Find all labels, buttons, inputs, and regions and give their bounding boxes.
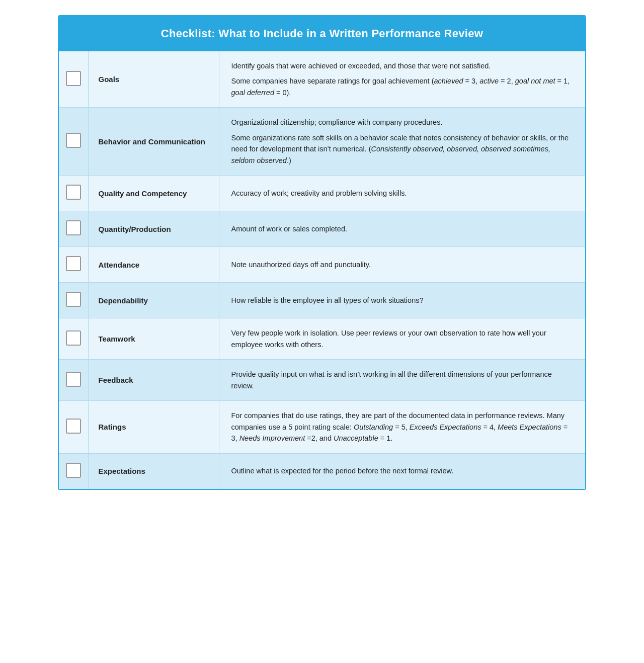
row-label-expectations: Expectations	[88, 453, 219, 489]
checkbox-cell[interactable]	[59, 360, 88, 401]
description-paragraph: Outline what is expected for the period …	[231, 465, 574, 476]
row-label-feedback: Feedback	[88, 360, 219, 401]
row-label-dependability: Dependability	[88, 283, 219, 318]
row-description-feedback: Provide quality input on what is and isn…	[219, 360, 585, 401]
checklist-container: Checklist: What to Include in a Written …	[58, 15, 586, 490]
description-paragraph: Very few people work in isolation. Use p…	[231, 327, 574, 350]
checkbox-goals[interactable]	[66, 71, 81, 86]
table-row: Behavior and CommunicationOrganizational…	[59, 108, 585, 176]
description-paragraph: For companies that do use ratings, they …	[231, 410, 574, 444]
row-description-expectations: Outline what is expected for the period …	[219, 453, 585, 489]
checkbox-feedback[interactable]	[66, 372, 81, 387]
checkbox-cell[interactable]	[59, 453, 88, 489]
description-paragraph: Organizational citizenship; compliance w…	[231, 117, 574, 128]
row-label-behavior-communication: Behavior and Communication	[88, 108, 219, 176]
row-label-teamwork: Teamwork	[88, 318, 219, 360]
description-paragraph: Some organizations rate soft skills on a…	[231, 132, 574, 166]
checkbox-cell[interactable]	[59, 51, 88, 108]
row-description-teamwork: Very few people work in isolation. Use p…	[219, 318, 585, 360]
checkbox-teamwork[interactable]	[66, 330, 81, 346]
row-label-quality-competency: Quality and Competency	[88, 176, 219, 211]
description-paragraph: Amount of work or sales completed.	[231, 223, 574, 234]
table-row: Quality and CompetencyAccuracy of work; …	[59, 176, 585, 211]
checkbox-cell[interactable]	[59, 247, 88, 283]
row-label-goals: Goals	[88, 51, 219, 108]
row-description-goals: Identify goals that were achieved or exc…	[219, 51, 585, 108]
checkbox-expectations[interactable]	[66, 463, 81, 478]
checkbox-ratings[interactable]	[66, 419, 81, 434]
table-row: ExpectationsOutline what is expected for…	[59, 453, 585, 489]
row-label-attendance: Attendance	[88, 247, 219, 283]
row-description-behavior-communication: Organizational citizenship; compliance w…	[219, 108, 585, 176]
row-description-dependability: How reliable is the employee in all type…	[219, 283, 585, 318]
checkbox-cell[interactable]	[59, 108, 88, 176]
checklist-header: Checklist: What to Include in a Written …	[59, 16, 585, 51]
row-description-quality-competency: Accuracy of work; creativity and problem…	[219, 176, 585, 211]
description-paragraph: Accuracy of work; creativity and problem…	[231, 188, 574, 199]
checkbox-attendance[interactable]	[66, 256, 81, 271]
checklist-table: GoalsIdentify goals that were achieved o…	[59, 51, 585, 489]
description-paragraph: Identify goals that were achieved or exc…	[231, 60, 574, 71]
checkbox-cell[interactable]	[59, 176, 88, 211]
checkbox-cell[interactable]	[59, 401, 88, 453]
row-label-ratings: Ratings	[88, 401, 219, 453]
table-row: TeamworkVery few people work in isolatio…	[59, 318, 585, 360]
description-paragraph: Note unauthorized days off and punctuali…	[231, 259, 574, 270]
table-row: RatingsFor companies that do use ratings…	[59, 401, 585, 453]
description-paragraph: Provide quality input on what is and isn…	[231, 369, 574, 391]
checklist-title: Checklist: What to Include in a Written …	[69, 27, 575, 40]
description-paragraph: How reliable is the employee in all type…	[231, 295, 574, 306]
table-row: DependabilityHow reliable is the employe…	[59, 283, 585, 318]
description-paragraph: Some companies have separate ratings for…	[231, 75, 574, 98]
table-row: AttendanceNote unauthorized days off and…	[59, 247, 585, 283]
row-description-quantity-production: Amount of work or sales completed.	[219, 211, 585, 247]
checkbox-quality-competency[interactable]	[66, 185, 81, 200]
table-row: FeedbackProvide quality input on what is…	[59, 360, 585, 401]
table-row: GoalsIdentify goals that were achieved o…	[59, 51, 585, 108]
checkbox-cell[interactable]	[59, 318, 88, 360]
checkbox-dependability[interactable]	[66, 292, 81, 307]
checkbox-cell[interactable]	[59, 211, 88, 247]
row-description-attendance: Note unauthorized days off and punctuali…	[219, 247, 585, 283]
checkbox-quantity-production[interactable]	[66, 220, 81, 235]
row-description-ratings: For companies that do use ratings, they …	[219, 401, 585, 453]
table-row: Quantity/ProductionAmount of work or sal…	[59, 211, 585, 247]
row-label-quantity-production: Quantity/Production	[88, 211, 219, 247]
checkbox-cell[interactable]	[59, 283, 88, 318]
checkbox-behavior-communication[interactable]	[66, 133, 81, 148]
